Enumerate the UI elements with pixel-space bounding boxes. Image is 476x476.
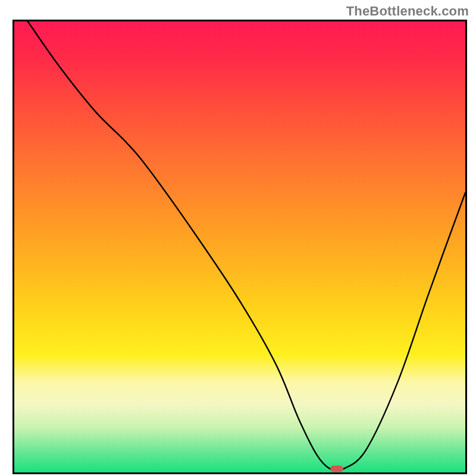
bottleneck-curve xyxy=(28,21,465,471)
plot-area xyxy=(12,20,467,474)
watermark-text: TheBottleneck.com xyxy=(346,4,469,19)
curve-layer xyxy=(14,21,465,472)
optimal-marker xyxy=(330,465,343,472)
chart-stage: TheBottleneck.com xyxy=(0,0,476,476)
